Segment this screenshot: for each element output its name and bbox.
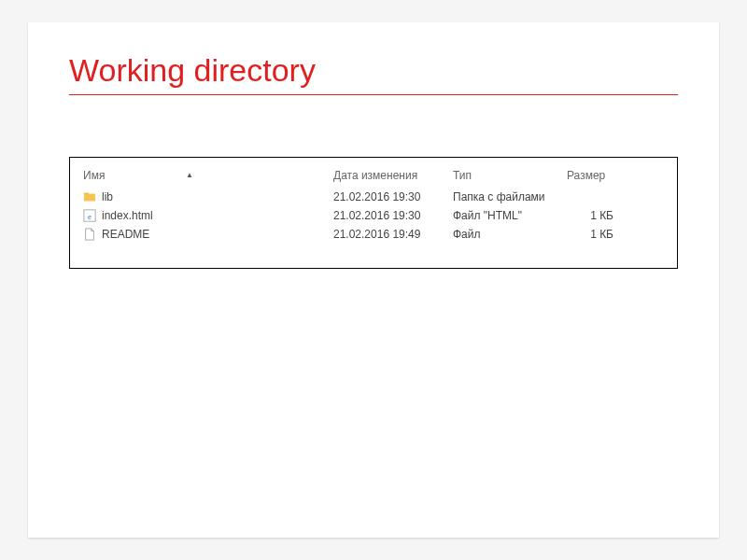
column-header-size[interactable]: Размер xyxy=(567,169,613,182)
file-date: 21.02.2016 19:30 xyxy=(333,190,453,203)
file-type: Папка с файлами xyxy=(453,190,567,203)
column-header-name-label: Имя xyxy=(83,169,105,182)
file-icon xyxy=(83,228,96,241)
file-explorer-panel: Имя ▲ Дата изменения Тип Размер lib 21.0… xyxy=(69,157,678,269)
file-name: index.html xyxy=(102,209,153,222)
file-type: Файл xyxy=(453,228,567,241)
slide: Working directory Имя ▲ Дата изменения Т… xyxy=(28,22,719,538)
table-row[interactable]: README 21.02.2016 19:49 Файл 1 КБ xyxy=(83,225,664,244)
table-row[interactable]: e index.html 21.02.2016 19:30 Файл "HTML… xyxy=(83,206,664,225)
file-size: 1 КБ xyxy=(567,228,613,241)
file-date: 21.02.2016 19:30 xyxy=(333,209,453,222)
title-rule xyxy=(69,94,678,95)
file-date: 21.02.2016 19:49 xyxy=(333,228,453,241)
html-file-icon: e xyxy=(83,209,96,222)
table-row[interactable]: lib 21.02.2016 19:30 Папка с файлами xyxy=(83,188,664,206)
page-title: Working directory xyxy=(69,52,678,89)
file-name: lib xyxy=(102,190,113,203)
column-header-type[interactable]: Тип xyxy=(453,169,567,182)
file-name: README xyxy=(102,228,149,241)
file-type: Файл "HTML" xyxy=(453,209,567,222)
folder-icon xyxy=(83,190,96,203)
sort-asc-icon: ▲ xyxy=(186,171,193,179)
file-list-header: Имя ▲ Дата изменения Тип Размер xyxy=(83,165,664,188)
column-header-name[interactable]: Имя ▲ xyxy=(83,169,333,182)
file-size: 1 КБ xyxy=(567,209,613,222)
column-header-date[interactable]: Дата изменения xyxy=(333,169,453,182)
svg-text:e: e xyxy=(88,212,92,221)
